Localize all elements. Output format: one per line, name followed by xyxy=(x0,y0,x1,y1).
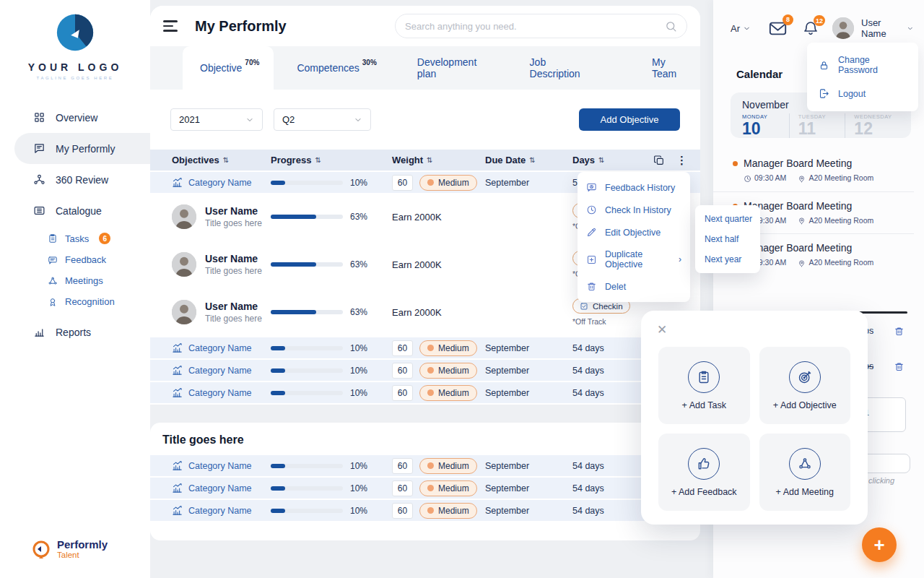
table-row[interactable]: Category Name 10% 60Medium September 54 … xyxy=(150,455,700,476)
weight-box[interactable]: 60 xyxy=(392,503,413,519)
search-icon[interactable] xyxy=(665,20,677,33)
calendar-day-tuesday[interactable]: TUESDAY 11 xyxy=(789,113,845,138)
notifications-button[interactable]: 12 xyxy=(802,20,819,37)
sidebar-item-360-review[interactable]: 360 Review xyxy=(0,164,150,195)
progress-value: 10% xyxy=(350,366,367,376)
sidebar-item-tasks[interactable]: Tasks 6 xyxy=(0,228,150,249)
copy-icon[interactable] xyxy=(653,155,665,166)
floating-add-button[interactable]: + xyxy=(862,527,897,562)
sidebar-item-reports[interactable]: Reports xyxy=(0,316,150,348)
logout-item[interactable]: Logout xyxy=(807,82,918,105)
sort-icon[interactable]: ⇅ xyxy=(598,156,604,164)
category-name[interactable]: Category Name xyxy=(188,461,252,471)
next-year-item[interactable]: Next year xyxy=(695,249,760,269)
add-meeting-button[interactable]: + Add Meeting xyxy=(759,434,851,511)
category-name[interactable]: Category Name xyxy=(188,366,252,376)
table-row[interactable]: Category Name 10% 60Medium September 54 … xyxy=(150,382,700,403)
add-objective-quick-button[interactable]: + Add Objective xyxy=(759,347,851,424)
table-header-row: Objectives⇅ Progress⇅ Weight⇅ Due Date⇅ … xyxy=(150,150,700,171)
weight-box[interactable]: 60 xyxy=(392,340,413,356)
category-name[interactable]: Category Name xyxy=(188,178,252,188)
close-icon[interactable]: ✕ xyxy=(657,322,667,337)
table-row[interactable]: Category Name 10% 60Medium September 54 … xyxy=(150,360,700,381)
search-bar xyxy=(395,14,687,38)
year-select[interactable]: 2021 xyxy=(170,108,263,131)
sidebar-item-recognition[interactable]: Recognition xyxy=(0,291,150,312)
tab-competences[interactable]: Competences 30% xyxy=(279,46,391,90)
feedback-history-item[interactable]: Feedback History xyxy=(578,176,690,199)
col-due-date[interactable]: Due Date⇅ xyxy=(485,155,572,165)
mail-button[interactable]: 8 xyxy=(768,19,788,38)
next-quarter-item[interactable]: Next quarter xyxy=(695,209,760,229)
col-days[interactable]: Days⇅ xyxy=(572,155,648,165)
category-name[interactable]: Category Name xyxy=(188,483,252,493)
user-dropdown-menu: Change Password Logout xyxy=(807,43,918,111)
sort-icon[interactable]: ⇅ xyxy=(427,156,432,164)
logo-text: YOUR LOGO xyxy=(0,61,150,73)
add-feedback-button[interactable]: + Add Feedback xyxy=(658,434,750,511)
col-label: Due Date xyxy=(485,155,526,165)
change-password-item[interactable]: Change Password xyxy=(807,48,918,82)
next-half-item[interactable]: Next half xyxy=(695,229,760,249)
award-icon xyxy=(48,297,58,307)
sidebar-item-overview[interactable]: Overview xyxy=(0,102,150,133)
weight-box[interactable]: 60 xyxy=(392,480,413,496)
category-name[interactable]: Category Name xyxy=(188,506,252,516)
calendar-day-wednesday[interactable]: WEDNESDAY 12 xyxy=(845,113,901,138)
org-people-icon xyxy=(33,173,45,186)
col-progress[interactable]: Progress⇅ xyxy=(271,155,392,165)
user-menu-trigger[interactable]: User Name xyxy=(861,17,914,39)
sidebar-item-catalogue[interactable]: Catalogue xyxy=(0,195,150,226)
sort-icon[interactable]: ⇅ xyxy=(223,156,229,164)
thumbs-up-icon xyxy=(697,457,711,471)
weight-box[interactable]: 60 xyxy=(392,363,413,379)
category-chart-icon xyxy=(172,365,183,376)
tab-job-description[interactable]: Job Description xyxy=(513,46,600,90)
category-name[interactable]: Category Name xyxy=(188,388,252,398)
weight-box[interactable]: 60 xyxy=(392,175,413,191)
checkin-icon xyxy=(580,302,588,311)
calendar-day-monday[interactable]: MONDAY 10 xyxy=(742,113,789,138)
quarter-select[interactable]: Q2 xyxy=(274,108,371,131)
day-number: 11 xyxy=(798,120,845,138)
user-avatar[interactable] xyxy=(832,17,854,39)
duplicate-objective-item[interactable]: Duplicate Objective › xyxy=(578,243,690,275)
performly-footer-logo: Performly Talent xyxy=(32,539,108,559)
tab-objective[interactable]: Objective 70% xyxy=(183,46,274,90)
edit-objective-item[interactable]: Edit Objective xyxy=(578,221,690,243)
sidebar-item-feedback[interactable]: Feedback xyxy=(0,249,150,270)
add-objective-button[interactable]: Add Objective xyxy=(579,108,680,131)
sidebar-item-my-performly[interactable]: My Performly xyxy=(14,133,150,164)
weight-box[interactable]: 60 xyxy=(392,458,413,474)
menu-item-label: Feedback History xyxy=(605,183,675,193)
hamburger-menu-icon[interactable] xyxy=(163,20,178,32)
add-task-button[interactable]: + Add Task xyxy=(658,347,750,424)
search-input[interactable] xyxy=(405,21,665,32)
kebab-menu-icon[interactable]: ⋮ xyxy=(676,154,687,167)
tab-development-plan[interactable]: Development plan xyxy=(400,46,497,90)
table-row[interactable]: Category Name 10% 60Medium September 54 … xyxy=(150,337,700,358)
weight-box[interactable]: 60 xyxy=(392,385,413,401)
due-date: September xyxy=(485,178,572,188)
days-left: 54 days xyxy=(572,388,648,398)
checkin-history-item[interactable]: Check In History xyxy=(578,199,690,221)
meeting-item[interactable]: Manager Board Meeting 09:30 AM A20 Meeti… xyxy=(713,150,914,192)
category-chart-icon xyxy=(172,342,183,353)
sort-icon[interactable]: ⇅ xyxy=(315,156,321,164)
action-label: + Add Objective xyxy=(773,400,837,410)
category-name[interactable]: Category Name xyxy=(188,343,252,353)
sidebar-item-meetings[interactable]: Meetings xyxy=(0,270,150,291)
sort-icon[interactable]: ⇅ xyxy=(529,156,535,164)
col-weight[interactable]: Weight⇅ xyxy=(392,155,485,165)
tab-my-team[interactable]: My Team xyxy=(635,46,700,90)
plus-square-icon xyxy=(586,254,597,265)
table-row[interactable]: Category Name 10% 60Medium September 54 … xyxy=(150,500,700,521)
table-row[interactable]: Category Name 10% 60Medium September 54 … xyxy=(150,478,700,499)
language-select[interactable]: Ar xyxy=(731,23,751,34)
priority-badge: Medium xyxy=(419,385,477,401)
earn-label: Earn 2000K xyxy=(392,307,485,318)
trash-icon[interactable] xyxy=(894,324,905,337)
delete-item[interactable]: Delet xyxy=(578,275,690,298)
col-objectives[interactable]: Objectives⇅ xyxy=(172,155,271,165)
trash-icon[interactable] xyxy=(894,360,905,373)
